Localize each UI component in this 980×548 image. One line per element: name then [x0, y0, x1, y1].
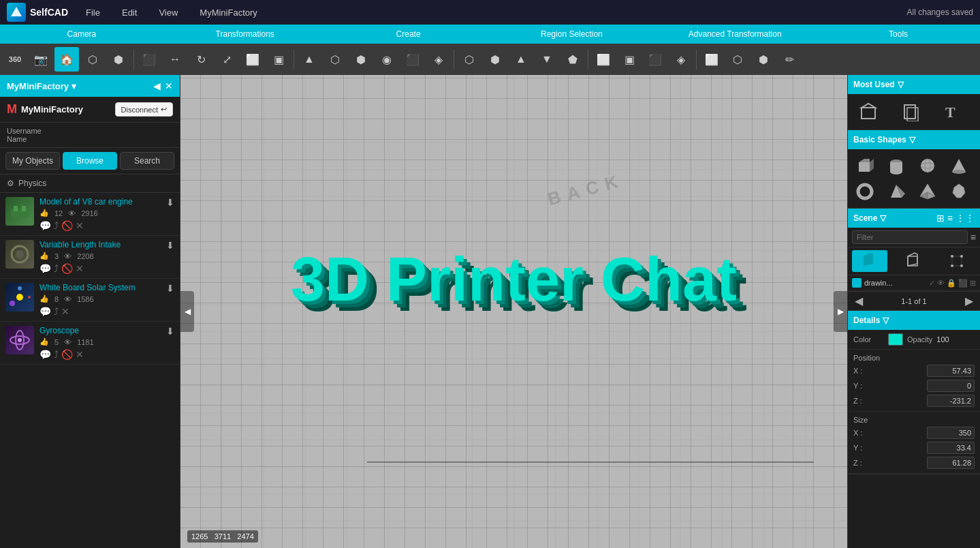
scene-item-grid[interactable]: ⊞ — [970, 279, 976, 288]
size-z-input[interactable] — [927, 457, 975, 469]
share-icon-v8[interactable]: ⤴ — [54, 220, 59, 231]
tool-transform6[interactable]: ▣ — [266, 47, 291, 72]
tab-camera[interactable]: Camera — [0, 25, 163, 44]
pos-x-input[interactable] — [927, 365, 975, 377]
tool-camera3[interactable]: ⬡ — [80, 47, 105, 72]
pag-prev[interactable]: ◀ — [852, 294, 866, 307]
scene-filter-btn[interactable]: ≡ — [970, 232, 976, 243]
most-used-icon-text[interactable]: T — [936, 98, 968, 125]
color-swatch[interactable] — [888, 333, 903, 346]
share-icon-intake[interactable]: ⤴ — [54, 263, 59, 274]
download-icon-gyro[interactable]: ⬇ — [166, 326, 174, 337]
tab-browse[interactable]: Browse — [63, 152, 117, 170]
shape-icosphere[interactable] — [915, 179, 941, 204]
download-icon-v8[interactable]: ⬇ — [166, 197, 174, 208]
menu-view[interactable]: View — [155, 5, 182, 20]
tool-adv1[interactable]: ⬜ — [591, 47, 616, 72]
viewport-arrow-left[interactable]: ◀ — [180, 291, 194, 332]
scene-grid-icon[interactable]: ⊞ — [936, 213, 945, 224]
close-icon-v8[interactable]: ✕ — [76, 220, 84, 231]
pos-z-input[interactable] — [927, 395, 975, 407]
scene-item-cube2[interactable]: ⬛ — [958, 279, 968, 288]
tab-region-selection[interactable]: Region Selection — [490, 25, 653, 44]
tool-region1[interactable]: ⬡ — [457, 47, 481, 72]
shape-sphere[interactable] — [915, 153, 941, 178]
tool-create3[interactable]: ⬢ — [349, 47, 373, 72]
size-x-input[interactable] — [927, 427, 975, 439]
item-title-intake[interactable]: Variable Length Intake — [39, 240, 161, 249]
shape-pyramid[interactable] — [883, 179, 909, 204]
tool-transform5[interactable]: ⬜ — [240, 47, 265, 72]
tool-tools4[interactable]: ✏ — [777, 47, 802, 72]
scene-type-point[interactable] — [941, 250, 976, 272]
tool-create1[interactable]: ▲ — [297, 47, 321, 72]
panel-left-arrow[interactable]: ◀ — [153, 80, 161, 91]
block-icon-v8[interactable]: 🚫 — [61, 220, 73, 231]
comment-icon-solar[interactable]: 💬 — [39, 306, 51, 317]
tool-tools2[interactable]: ⬡ — [725, 47, 750, 72]
share-icon-gyro[interactable]: ⤴ — [54, 349, 59, 360]
viewport[interactable]: BACK 3D Printer Chat ◀ ▶ 1265 3711 2474 — [180, 75, 847, 548]
tool-camera4[interactable]: ⬢ — [106, 47, 131, 72]
comment-icon-intake[interactable]: 💬 — [39, 263, 51, 274]
download-icon-solar[interactable]: ⬇ — [166, 283, 174, 294]
pag-next[interactable]: ▶ — [962, 294, 976, 307]
shape-cube[interactable] — [852, 153, 878, 178]
download-icon-intake[interactable]: ⬇ — [166, 240, 174, 251]
tool-transform2[interactable]: ↔ — [163, 47, 187, 72]
disconnect-button[interactable]: Disconnect ↩ — [115, 102, 173, 117]
scene-list-icon[interactable]: ≡ — [947, 213, 953, 224]
most-used-icon-2[interactable] — [894, 98, 926, 125]
block-icon-gyro[interactable]: 🚫 — [61, 349, 73, 360]
scene-type-wire[interactable] — [896, 250, 932, 272]
most-used-icon-1[interactable] — [852, 98, 885, 125]
tool-region2[interactable]: ⬢ — [483, 47, 507, 72]
scene-item-lock[interactable]: 🔒 — [947, 279, 956, 288]
comment-icon-gyro[interactable]: 💬 — [39, 349, 51, 360]
tool-region4[interactable]: ▼ — [535, 47, 559, 72]
viewport-arrow-right[interactable]: ▶ — [834, 291, 847, 332]
tab-my-objects[interactable]: My Objects — [5, 152, 60, 170]
tool-tools3[interactable]: ⬢ — [751, 47, 776, 72]
shape-cone[interactable] — [946, 153, 972, 178]
tab-search[interactable]: Search — [120, 152, 174, 170]
item-title-v8[interactable]: Model of af V8 car engine — [39, 197, 161, 207]
tab-create[interactable]: Create — [327, 25, 490, 44]
tool-360[interactable]: 360 — [3, 47, 27, 72]
shape-dodecahedron[interactable] — [946, 179, 972, 204]
tool-create4[interactable]: ◉ — [375, 47, 399, 72]
scene-item-name[interactable]: drawin... — [864, 279, 926, 287]
comment-icon-v8[interactable]: 💬 — [39, 220, 51, 231]
tool-transform4[interactable]: ⤢ — [215, 47, 239, 72]
shape-torus[interactable] — [852, 179, 878, 204]
tab-transformations[interactable]: Transformations — [163, 25, 327, 44]
tool-adv4[interactable]: ◈ — [669, 47, 693, 72]
scene-item-eye[interactable]: 👁 — [937, 279, 945, 288]
size-y-input[interactable] — [927, 442, 975, 454]
panel-close-btn[interactable]: ✕ — [165, 80, 173, 91]
tool-create2[interactable]: ⬡ — [323, 47, 347, 72]
tool-region5[interactable]: ⬟ — [560, 47, 585, 72]
tool-transform3[interactable]: ↻ — [189, 47, 213, 72]
share-icon-solar[interactable]: ⤴ — [54, 306, 59, 317]
tool-adv3[interactable]: ⬛ — [643, 47, 667, 72]
scene-item-check[interactable]: ✓ — [929, 279, 935, 288]
close-icon-solar[interactable]: ✕ — [61, 306, 69, 317]
close-icon-intake[interactable]: ✕ — [76, 263, 84, 274]
tool-transform1[interactable]: ⬛ — [137, 47, 161, 72]
tab-advanced-transformation[interactable]: Advanced Transformation — [653, 25, 817, 44]
item-title-gyro[interactable]: Gyroscope — [39, 326, 161, 335]
block-icon-intake[interactable]: 🚫 — [61, 263, 73, 274]
item-title-solar[interactable]: White Board Solar System — [39, 283, 161, 292]
scene-type-solid[interactable] — [852, 250, 887, 272]
tool-create5[interactable]: ⬛ — [400, 47, 425, 72]
menu-edit[interactable]: Edit — [118, 5, 141, 20]
tool-adv2[interactable]: ▣ — [617, 47, 642, 72]
scene-filter-input[interactable] — [852, 230, 968, 244]
tool-region3[interactable]: ▲ — [509, 47, 533, 72]
tab-tools[interactable]: Tools — [817, 25, 980, 44]
menu-file[interactable]: File — [82, 5, 104, 20]
tool-tools1[interactable]: ⬜ — [699, 47, 724, 72]
tool-create6[interactable]: ◈ — [426, 47, 451, 72]
scene-dots-icon[interactable]: ⋮⋮ — [955, 213, 975, 224]
